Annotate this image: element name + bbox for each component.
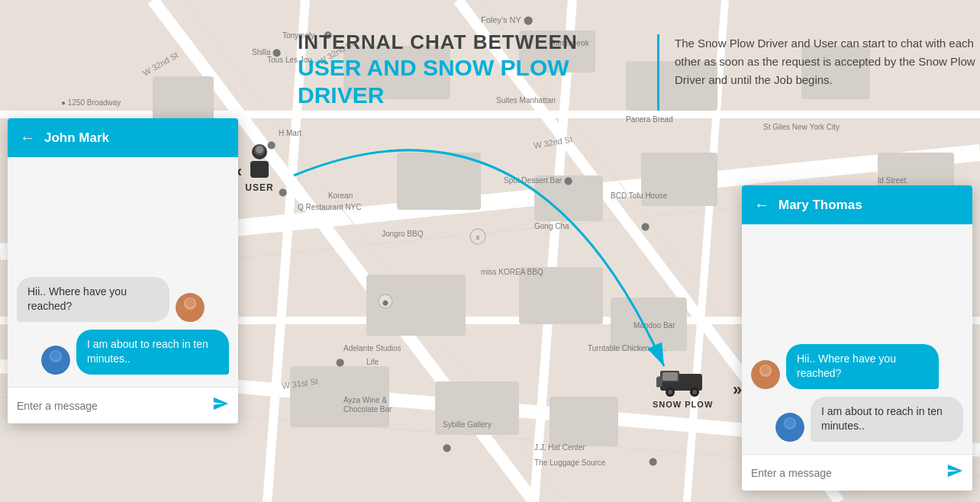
svg-rect-30 [550,397,618,446]
send-button-left[interactable] [212,395,229,416]
svg-text:J.J. Hat Center: J.J. Hat Center [534,443,585,452]
svg-text:⬤: ⬤ [649,457,657,466]
svg-text:Foley's NY ⬤: Foley's NY ⬤ [481,15,533,25]
svg-rect-15 [153,76,214,122]
message-row-left-1: Hii.. Where have you reached? [17,277,229,322]
avatar-male-right [775,413,804,442]
bubble-left-2: I am about to reach in ten minutes.. [76,330,229,375]
snowplow-icon [656,366,710,397]
svg-point-80 [256,146,263,153]
chat-body-left: Hii.. Where have you reached? I am about… [8,157,238,387]
svg-rect-17 [519,31,595,72]
back-button-right[interactable]: ← [754,196,769,214]
svg-text:Sybille Gallery: Sybille Gallery [443,420,492,429]
svg-text:Gong Cha: Gong Cha [534,222,569,230]
svg-text:● 1250 Broadway: ● 1250 Broadway [61,98,121,107]
chat-footer-left [8,387,238,423]
svg-text:Korean: Korean [328,191,353,200]
svg-rect-16 [343,46,450,99]
avatar-female-right [751,360,780,389]
svg-point-96 [51,351,60,360]
svg-text:ld Street: ld Street [878,176,906,185]
svg-text:Panera Bread: Panera Bread [626,115,673,124]
svg-text:St Giles New York City: St Giles New York City [763,123,840,131]
svg-text:H Mart: H Mart [279,129,301,137]
svg-text:Jongro BBQ: Jongro BBQ [382,230,424,238]
snowplow-marker: SNOW PLOW [653,366,713,409]
svg-text:miss KOREA BBQ: miss KOREA BBQ [481,268,543,276]
svg-text:Life: Life [366,358,379,366]
svg-text:⬤: ⬤ [382,300,388,306]
message-row-right-1: Hii.. Where have you reached? [751,344,963,389]
message-input-left[interactable] [17,400,206,412]
svg-rect-88 [656,376,662,388]
svg-rect-20 [397,153,481,210]
svg-text:⬤: ⬤ [279,188,287,197]
user-icon [244,141,275,179]
svg-text:»: » [733,380,742,399]
back-button-left[interactable]: ← [20,129,35,146]
svg-text:The Luggage Source: The Luggage Source [534,459,606,467]
svg-text:Gammeeok: Gammeeok [550,39,590,47]
svg-text:Chocolate Bar: Chocolate Bar [343,405,392,414]
svg-text:$: $ [476,234,480,241]
bubble-left-1: Hii.. Where have you reached? [17,277,169,322]
svg-rect-18 [626,61,717,111]
svg-text:Q Restaurant NYC: Q Restaurant NYC [298,203,361,211]
svg-text:⬤: ⬤ [336,358,344,367]
chat-header-left: ← John Mark [8,118,238,157]
chat-header-right: ← Mary Thomas [742,185,972,224]
send-button-right[interactable] [946,462,963,483]
chat-name-right: Mary Thomas [779,198,862,213]
avatar-male-left [41,346,70,375]
message-row-left-2: I am about to reach in ten minutes.. [17,330,229,375]
svg-text:Suites Manhattan: Suites Manhattan [496,96,556,105]
avatar-female-left [176,293,205,322]
svg-rect-83 [662,372,678,381]
user-marker: USER [244,141,275,193]
svg-text:Tous Les Jou...: Tous Les Jou... [267,56,318,64]
svg-text:Adelante Studios: Adelante Studios [343,344,401,352]
svg-text:Mandoo Bar: Mandoo Bar [633,321,675,330]
chat-name-left: John Mark [44,130,109,146]
message-input-right[interactable] [751,467,940,479]
bubble-right-2: I am about to reach in ten minutes.. [811,397,963,442]
svg-point-100 [761,365,770,375]
svg-text:🅐: 🅐 [324,31,332,40]
svg-point-85 [668,390,672,394]
chat-panel-left: ← John Mark Hii.. Where have you reached… [8,118,238,423]
chat-panel-right: ← Mary Thomas Hii.. Where have you reach… [742,185,972,491]
chat-body-right: Hii.. Where have you reached? I am about… [742,224,972,454]
svg-point-104 [785,418,795,427]
svg-text:BCD Tofu House: BCD Tofu House [611,191,668,200]
user-label: USER [245,182,273,193]
message-row-right-2: I am about to reach in ten minutes.. [751,397,963,442]
svg-text:⬤: ⬤ [641,222,650,231]
svg-rect-78 [250,161,269,178]
svg-point-87 [692,390,697,394]
svg-text:Ayza Wine &: Ayza Wine & [343,396,387,404]
svg-rect-19 [801,46,870,99]
svg-point-92 [185,298,195,307]
svg-text:⬤: ⬤ [443,443,451,452]
svg-text:Tonymoly: Tonymoly [282,31,314,40]
bubble-right-1: Hii.. Where have you reached? [786,344,939,389]
snowplow-label: SNOW PLOW [653,400,713,409]
chat-footer-right [742,454,972,491]
